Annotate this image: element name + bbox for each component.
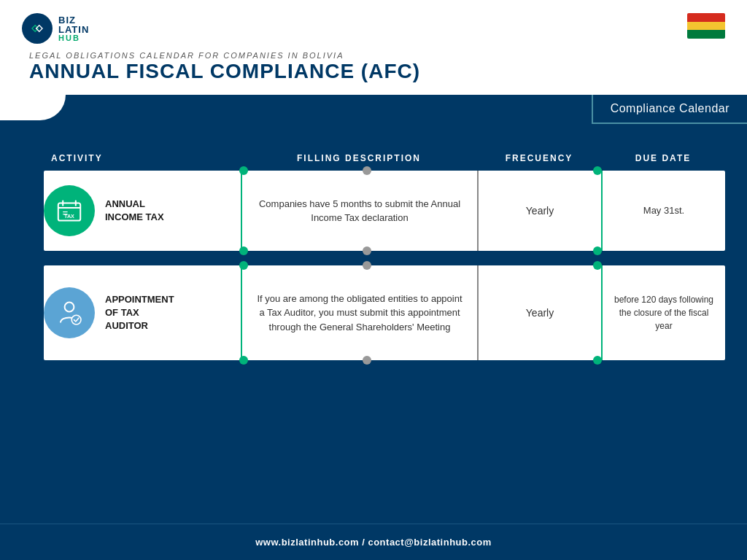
svg-point-8 — [65, 303, 74, 312]
footer: www.bizlatinhub.com / contact@bizlatinhu… — [0, 524, 747, 560]
header: BIZ LATIN HUB Legal Obligations Calendar… — [0, 0, 747, 95]
compliance-badge: Compliance Calendar — [592, 95, 747, 124]
row-duedate-2: before 120 days following the closure of… — [601, 265, 725, 360]
svg-point-9 — [71, 315, 81, 324]
logo-icon — [22, 13, 53, 44]
dot-bot-freq-2 — [363, 356, 371, 365]
flag-yellow — [687, 22, 725, 31]
dot-top-due-1 — [593, 166, 602, 175]
dot-bot-desc-2 — [239, 356, 248, 365]
table-row: TAX ANNUALINCOME TAX Companies have 5 mo… — [44, 171, 725, 251]
row-description-2: If you are among the obligated entities … — [241, 265, 477, 360]
dot-top-desc-1 — [239, 166, 248, 175]
row-duedate-1: May 31st. — [601, 171, 725, 251]
row-frequency-2: Yearly — [477, 265, 601, 360]
col-activity: ACTIVITY — [44, 153, 241, 163]
dot-bot-desc-1 — [239, 246, 248, 255]
svg-point-0 — [27, 18, 47, 39]
flag-green — [687, 30, 725, 39]
tax-icon: TAX — [44, 185, 95, 236]
footer-text: www.bizlatinhub.com / contact@bizlatinhu… — [255, 537, 492, 548]
activity-name-1: ANNUALINCOME TAX — [105, 198, 164, 224]
col-duedate: DUE DATE — [601, 153, 725, 163]
table-row: APPOINTMENTOF TAXAUDITOR If you are amon… — [44, 265, 725, 360]
dot-top-due-2 — [593, 261, 602, 270]
dot-top-freq-2 — [363, 261, 371, 270]
row-activity-2: APPOINTMENTOF TAXAUDITOR — [44, 265, 241, 360]
dot-top-freq-1 — [363, 166, 371, 175]
activity-name-2: APPOINTMENTOF TAXAUDITOR — [105, 293, 174, 333]
table-header: ACTIVITY FILLING DESCRIPTION FRECUENCY D… — [44, 153, 725, 171]
row-activity-1: TAX ANNUALINCOME TAX — [44, 171, 241, 251]
svg-text:TAX: TAX — [64, 213, 74, 219]
bolivia-flag — [687, 13, 725, 39]
col-filling: FILLING DESCRIPTION — [241, 153, 477, 163]
page-title: Annual Fiscal Compliance (AFC) — [29, 60, 725, 83]
table-container: ACTIVITY FILLING DESCRIPTION FRECUENCY D… — [44, 153, 725, 516]
flag-red — [687, 13, 725, 22]
content-area: Compliance Calendar ACTIVITY FILLING DES… — [0, 95, 747, 560]
logo-biz: BIZ — [58, 15, 89, 25]
dot-bot-due-1 — [593, 246, 602, 255]
logo-latin: LATIN — [58, 25, 89, 34]
dot-bot-due-2 — [593, 356, 602, 365]
logo-text: BIZ LATIN HUB — [58, 15, 89, 42]
wave-shape — [0, 95, 66, 120]
dot-top-desc-2 — [239, 261, 248, 270]
auditor-icon — [44, 287, 95, 338]
page-subtitle: Legal Obligations Calendar for Companies… — [29, 51, 725, 60]
col-frequency: FRECUENCY — [477, 153, 601, 163]
header-titles: Legal Obligations Calendar for Companies… — [22, 51, 725, 83]
dot-bot-freq-1 — [363, 246, 371, 255]
logo-hub: HUB — [58, 34, 89, 42]
page: BIZ LATIN HUB Legal Obligations Calendar… — [0, 0, 747, 560]
row-frequency-1: Yearly — [477, 171, 601, 251]
row-description-1: Companies have 5 months to submit the An… — [241, 171, 477, 251]
logo-area: BIZ LATIN HUB — [22, 13, 89, 44]
